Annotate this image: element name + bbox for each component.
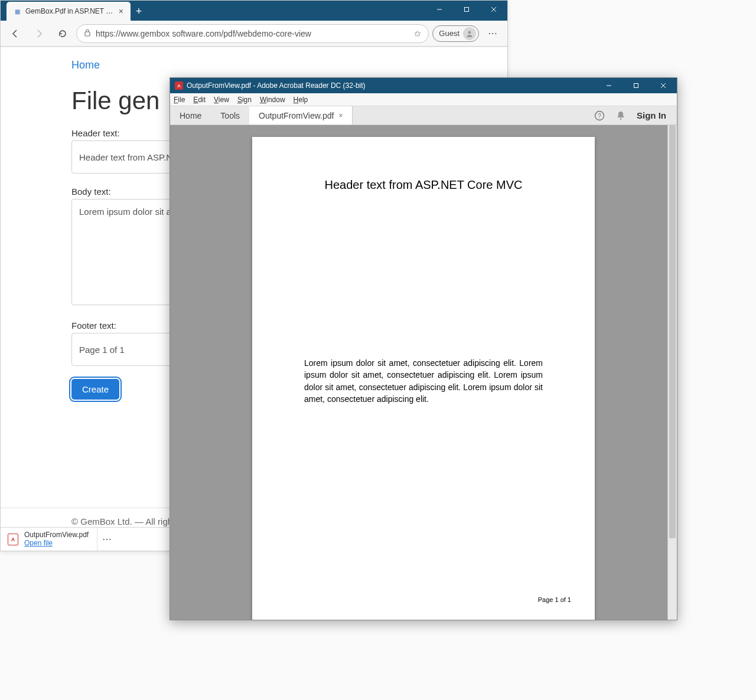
profile-button[interactable]: Guest bbox=[432, 25, 479, 42]
tab-document[interactable]: OutputFromView.pdf × bbox=[249, 106, 353, 125]
browser-toolbar: https://www.gembox software.com/pdf/webd… bbox=[1, 21, 507, 47]
acrobat-titlebar[interactable]: A OutputFromView.pdf - Adobe Acrobat Rea… bbox=[170, 78, 677, 93]
acrobat-close-button[interactable] bbox=[650, 77, 677, 94]
help-icon[interactable]: ? bbox=[594, 110, 605, 121]
window-controls bbox=[426, 1, 507, 18]
acrobat-scrollbar[interactable] bbox=[667, 125, 677, 620]
create-button[interactable]: Create bbox=[71, 379, 119, 400]
lock-icon bbox=[84, 28, 91, 38]
menu-help[interactable]: Help bbox=[294, 96, 308, 104]
new-tab-button[interactable]: + bbox=[131, 3, 147, 19]
tab-tools[interactable]: Tools bbox=[211, 106, 249, 125]
profile-label: Guest bbox=[439, 29, 460, 38]
pdf-footer-text: Page 1 of 1 bbox=[538, 596, 571, 603]
close-tab-icon[interactable]: × bbox=[118, 6, 125, 16]
svg-point-5 bbox=[468, 31, 471, 34]
tab-title: GemBox.Pdf in ASP.NET Core MV bbox=[25, 7, 114, 15]
svg-text:?: ? bbox=[598, 113, 601, 119]
menu-edit[interactable]: Edit bbox=[193, 96, 206, 104]
browser-tab-strip: ▦ GemBox.Pdf in ASP.NET Core MV × + bbox=[1, 1, 507, 21]
browser-tab[interactable]: ▦ GemBox.Pdf in ASP.NET Core MV × bbox=[6, 2, 131, 21]
menu-sign[interactable]: Sign bbox=[237, 96, 252, 104]
url-text: https://www.gembox software.com/pdf/webd… bbox=[96, 29, 409, 38]
svg-rect-7 bbox=[634, 84, 638, 88]
svg-rect-1 bbox=[465, 8, 469, 12]
acrobat-title: OutputFromView.pdf - Adobe Acrobat Reade… bbox=[187, 81, 366, 90]
download-filename: OutputFromView.pdf bbox=[24, 531, 89, 539]
acrobat-window: A OutputFromView.pdf - Adobe Acrobat Rea… bbox=[170, 77, 677, 620]
address-bar[interactable]: https://www.gembox software.com/pdf/webd… bbox=[76, 24, 429, 43]
svg-rect-4 bbox=[85, 32, 90, 36]
acrobat-minimize-button[interactable] bbox=[595, 77, 623, 94]
forward-button[interactable] bbox=[29, 24, 49, 44]
favicon-icon: ▦ bbox=[12, 6, 22, 16]
tab-document-title: OutputFromView.pdf bbox=[259, 111, 334, 120]
menu-file[interactable]: File bbox=[174, 96, 185, 104]
pdf-viewport[interactable]: Header text from ASP.NET Core MVC Lorem … bbox=[170, 125, 677, 620]
pdf-body-text: Lorem ipsum dolor sit amet, consectetuer… bbox=[304, 357, 543, 405]
close-window-button[interactable] bbox=[480, 1, 507, 18]
avatar-icon bbox=[463, 27, 476, 40]
menu-view[interactable]: View bbox=[214, 96, 229, 104]
download-more-button[interactable]: ⋯ bbox=[102, 534, 112, 545]
footer-text: © GemBox Ltd. — All right bbox=[71, 516, 175, 526]
scrollbar-thumb[interactable] bbox=[669, 125, 676, 538]
menu-window[interactable]: Window bbox=[260, 96, 285, 104]
minimize-button[interactable] bbox=[426, 1, 453, 18]
acrobat-tabbar: Home Tools OutputFromView.pdf × ? Sign I… bbox=[170, 106, 677, 125]
back-button[interactable] bbox=[5, 24, 25, 44]
maximize-button[interactable] bbox=[453, 1, 480, 18]
bell-icon[interactable] bbox=[615, 110, 626, 121]
favorite-icon[interactable]: ✩ bbox=[414, 29, 421, 38]
more-options-button[interactable]: ⋯ bbox=[483, 24, 503, 44]
acrobat-menubar: File Edit View Sign Window Help bbox=[170, 93, 677, 106]
pdf-app-icon: A bbox=[175, 81, 183, 90]
pdf-header-text: Header text from ASP.NET Core MVC bbox=[304, 178, 543, 192]
pdf-page: Header text from ASP.NET Core MVC Lorem … bbox=[252, 137, 595, 620]
acrobat-maximize-button[interactable] bbox=[623, 77, 650, 94]
download-item[interactable]: A OutputFromView.pdf Open file bbox=[8, 528, 97, 551]
home-link[interactable]: Home bbox=[71, 59, 100, 71]
reload-button[interactable] bbox=[53, 24, 73, 44]
close-doc-tab-icon[interactable]: × bbox=[338, 112, 343, 120]
svg-point-12 bbox=[620, 118, 622, 120]
open-file-link[interactable]: Open file bbox=[24, 539, 89, 548]
tab-home[interactable]: Home bbox=[170, 106, 211, 125]
pdf-file-icon: A bbox=[8, 534, 18, 545]
sign-in-button[interactable]: Sign In bbox=[637, 110, 666, 120]
